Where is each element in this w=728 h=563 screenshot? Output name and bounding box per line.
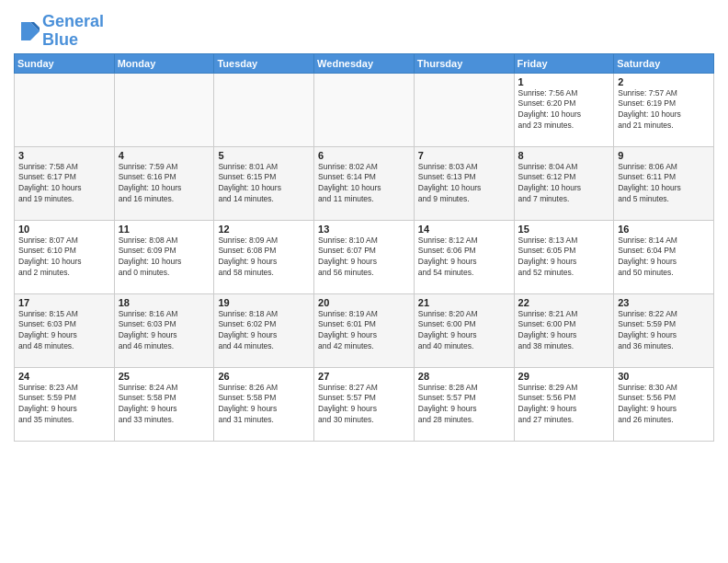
calendar-cell: 14Sunrise: 8:12 AM Sunset: 6:06 PM Dayli… xyxy=(414,220,514,293)
header-row: SundayMondayTuesdayWednesdayThursdayFrid… xyxy=(15,53,714,73)
calendar-cell: 20Sunrise: 8:19 AM Sunset: 6:01 PM Dayli… xyxy=(314,293,415,367)
day-info: Sunrise: 8:29 AM Sunset: 5:56 PM Dayligh… xyxy=(518,383,610,427)
day-number: 18 xyxy=(119,297,210,308)
calendar-week-2: 10Sunrise: 8:07 AM Sunset: 6:10 PM Dayli… xyxy=(15,220,714,293)
day-header-sunday: Sunday xyxy=(15,53,115,73)
day-info: Sunrise: 8:14 AM Sunset: 6:04 PM Dayligh… xyxy=(618,236,710,280)
day-number: 20 xyxy=(318,297,410,308)
day-number: 1 xyxy=(518,76,610,87)
day-header-monday: Monday xyxy=(114,53,214,73)
day-number: 6 xyxy=(318,150,410,161)
calendar-week-4: 24Sunrise: 8:23 AM Sunset: 5:59 PM Dayli… xyxy=(15,367,714,441)
calendar-header: SundayMondayTuesdayWednesdayThursdayFrid… xyxy=(15,53,714,73)
day-number: 19 xyxy=(218,297,310,308)
day-number: 23 xyxy=(618,297,710,308)
day-info: Sunrise: 7:58 AM Sunset: 6:17 PM Dayligh… xyxy=(18,162,110,206)
day-info: Sunrise: 8:01 AM Sunset: 6:15 PM Dayligh… xyxy=(218,162,310,206)
calendar-cell: 16Sunrise: 8:14 AM Sunset: 6:04 PM Dayli… xyxy=(614,220,714,293)
day-info: Sunrise: 8:28 AM Sunset: 5:57 PM Dayligh… xyxy=(418,383,510,427)
day-info: Sunrise: 8:07 AM Sunset: 6:10 PM Dayligh… xyxy=(18,236,110,280)
page-container: General Blue SundayMondayTuesdayWednesda… xyxy=(0,0,728,446)
calendar-cell: 13Sunrise: 8:10 AM Sunset: 6:07 PM Dayli… xyxy=(314,220,415,293)
calendar-cell: 29Sunrise: 8:29 AM Sunset: 5:56 PM Dayli… xyxy=(514,367,614,441)
day-info: Sunrise: 8:21 AM Sunset: 6:00 PM Dayligh… xyxy=(518,309,610,353)
calendar-cell: 11Sunrise: 8:08 AM Sunset: 6:09 PM Dayli… xyxy=(114,220,214,293)
calendar-cell: 12Sunrise: 8:09 AM Sunset: 6:08 PM Dayli… xyxy=(214,220,314,293)
day-info: Sunrise: 8:22 AM Sunset: 5:59 PM Dayligh… xyxy=(618,309,710,353)
day-number: 8 xyxy=(518,150,610,161)
day-number: 5 xyxy=(218,150,310,161)
calendar-week-1: 3Sunrise: 7:58 AM Sunset: 6:17 PM Daylig… xyxy=(15,146,714,220)
logo-icon xyxy=(14,18,40,44)
calendar-cell: 2Sunrise: 7:57 AM Sunset: 6:19 PM Daylig… xyxy=(614,73,714,146)
day-number: 29 xyxy=(518,371,610,382)
calendar-cell: 28Sunrise: 8:28 AM Sunset: 5:57 PM Dayli… xyxy=(414,367,514,441)
day-header-tuesday: Tuesday xyxy=(214,53,314,73)
calendar-cell: 30Sunrise: 8:30 AM Sunset: 5:56 PM Dayli… xyxy=(614,367,714,441)
day-info: Sunrise: 8:02 AM Sunset: 6:14 PM Dayligh… xyxy=(318,162,410,206)
day-number: 7 xyxy=(418,150,510,161)
day-header-friday: Friday xyxy=(514,53,614,73)
calendar-cell: 25Sunrise: 8:24 AM Sunset: 5:58 PM Dayli… xyxy=(114,367,214,441)
calendar-cell: 21Sunrise: 8:20 AM Sunset: 6:00 PM Dayli… xyxy=(414,293,514,367)
day-info: Sunrise: 8:13 AM Sunset: 6:05 PM Dayligh… xyxy=(518,236,610,280)
day-number: 10 xyxy=(18,224,110,235)
calendar-cell: 7Sunrise: 8:03 AM Sunset: 6:13 PM Daylig… xyxy=(414,146,514,220)
day-number: 21 xyxy=(418,297,510,308)
day-info: Sunrise: 8:04 AM Sunset: 6:12 PM Dayligh… xyxy=(518,162,610,206)
day-number: 17 xyxy=(18,297,110,308)
day-info: Sunrise: 8:30 AM Sunset: 5:56 PM Dayligh… xyxy=(618,383,710,427)
day-header-saturday: Saturday xyxy=(614,53,714,73)
day-info: Sunrise: 8:09 AM Sunset: 6:08 PM Dayligh… xyxy=(218,236,310,280)
calendar-cell xyxy=(15,73,115,146)
day-info: Sunrise: 8:15 AM Sunset: 6:03 PM Dayligh… xyxy=(18,309,110,353)
day-number: 26 xyxy=(218,371,310,382)
calendar-cell xyxy=(214,73,314,146)
calendar-body: 1Sunrise: 7:56 AM Sunset: 6:20 PM Daylig… xyxy=(15,73,714,441)
calendar-cell xyxy=(414,73,514,146)
day-header-thursday: Thursday xyxy=(414,53,514,73)
day-number: 27 xyxy=(318,371,410,382)
day-info: Sunrise: 7:56 AM Sunset: 6:20 PM Dayligh… xyxy=(518,88,610,132)
day-info: Sunrise: 8:27 AM Sunset: 5:57 PM Dayligh… xyxy=(318,383,410,427)
calendar-cell: 9Sunrise: 8:06 AM Sunset: 6:11 PM Daylig… xyxy=(614,146,714,220)
day-header-wednesday: Wednesday xyxy=(314,53,415,73)
calendar-cell: 23Sunrise: 8:22 AM Sunset: 5:59 PM Dayli… xyxy=(614,293,714,367)
day-number: 3 xyxy=(18,150,110,161)
day-info: Sunrise: 8:18 AM Sunset: 6:02 PM Dayligh… xyxy=(218,309,310,353)
calendar-cell: 27Sunrise: 8:27 AM Sunset: 5:57 PM Dayli… xyxy=(314,367,415,441)
calendar-week-0: 1Sunrise: 7:56 AM Sunset: 6:20 PM Daylig… xyxy=(15,73,714,146)
calendar-cell: 8Sunrise: 8:04 AM Sunset: 6:12 PM Daylig… xyxy=(514,146,614,220)
day-info: Sunrise: 8:23 AM Sunset: 5:59 PM Dayligh… xyxy=(18,383,110,427)
calendar-cell: 5Sunrise: 8:01 AM Sunset: 6:15 PM Daylig… xyxy=(214,146,314,220)
day-info: Sunrise: 8:03 AM Sunset: 6:13 PM Dayligh… xyxy=(418,162,510,206)
calendar-week-3: 17Sunrise: 8:15 AM Sunset: 6:03 PM Dayli… xyxy=(15,293,714,367)
day-number: 28 xyxy=(418,371,510,382)
header: General Blue xyxy=(14,9,714,50)
day-number: 13 xyxy=(318,224,410,235)
day-number: 11 xyxy=(119,224,210,235)
calendar-cell xyxy=(314,73,415,146)
day-number: 2 xyxy=(618,76,710,87)
calendar-cell: 17Sunrise: 8:15 AM Sunset: 6:03 PM Dayli… xyxy=(15,293,115,367)
calendar-table: SundayMondayTuesdayWednesdayThursdayFrid… xyxy=(14,53,714,442)
calendar-cell: 1Sunrise: 7:56 AM Sunset: 6:20 PM Daylig… xyxy=(514,73,614,146)
day-info: Sunrise: 8:26 AM Sunset: 5:58 PM Dayligh… xyxy=(218,383,310,427)
calendar-cell: 10Sunrise: 8:07 AM Sunset: 6:10 PM Dayli… xyxy=(15,220,115,293)
day-info: Sunrise: 8:12 AM Sunset: 6:06 PM Dayligh… xyxy=(418,236,510,280)
calendar-cell: 24Sunrise: 8:23 AM Sunset: 5:59 PM Dayli… xyxy=(15,367,115,441)
day-info: Sunrise: 8:19 AM Sunset: 6:01 PM Dayligh… xyxy=(318,309,410,353)
day-number: 24 xyxy=(18,371,110,382)
day-number: 16 xyxy=(618,224,710,235)
calendar-cell: 15Sunrise: 8:13 AM Sunset: 6:05 PM Dayli… xyxy=(514,220,614,293)
day-info: Sunrise: 8:08 AM Sunset: 6:09 PM Dayligh… xyxy=(119,236,210,280)
calendar-cell: 3Sunrise: 7:58 AM Sunset: 6:17 PM Daylig… xyxy=(15,146,115,220)
day-info: Sunrise: 8:10 AM Sunset: 6:07 PM Dayligh… xyxy=(318,236,410,280)
day-number: 22 xyxy=(518,297,610,308)
calendar-cell xyxy=(114,73,214,146)
day-number: 12 xyxy=(218,224,310,235)
calendar-cell: 26Sunrise: 8:26 AM Sunset: 5:58 PM Dayli… xyxy=(214,367,314,441)
calendar-cell: 6Sunrise: 8:02 AM Sunset: 6:14 PM Daylig… xyxy=(314,146,415,220)
day-info: Sunrise: 8:16 AM Sunset: 6:03 PM Dayligh… xyxy=(119,309,210,353)
calendar-cell: 19Sunrise: 8:18 AM Sunset: 6:02 PM Dayli… xyxy=(214,293,314,367)
